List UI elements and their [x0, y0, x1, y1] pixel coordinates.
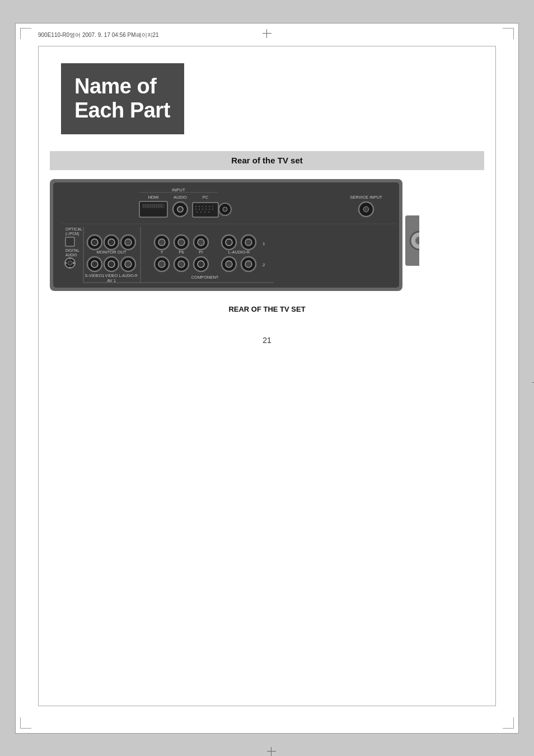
- svg-point-32: [209, 209, 210, 210]
- title-block: Name of Each Part: [61, 63, 184, 134]
- svg-rect-45: [65, 237, 74, 246]
- svg-text:COMPONENT: COMPONENT: [191, 275, 219, 280]
- svg-text:PC: PC: [203, 195, 209, 200]
- svg-point-55: [91, 239, 98, 246]
- svg-text:2: 2: [263, 262, 265, 267]
- corner-bl: [20, 717, 31, 729]
- svg-point-28: [195, 209, 196, 210]
- svg-point-31: [205, 209, 207, 210]
- svg-point-57: [108, 239, 115, 246]
- svg-text:Pb: Pb: [179, 250, 184, 255]
- svg-point-37: [208, 212, 209, 213]
- svg-text:INPUT: INPUT: [172, 187, 185, 192]
- main-content: Name of Each Part Rear of the TV set INP…: [38, 46, 496, 706]
- svg-point-104: [415, 237, 419, 245]
- svg-point-59: [125, 239, 132, 246]
- svg-point-36: [204, 212, 205, 213]
- svg-text:(□/PCM): (□/PCM): [65, 232, 79, 236]
- corner-tl: [20, 28, 31, 39]
- svg-text:SERVICE INPUT: SERVICE INPUT: [350, 195, 382, 200]
- svg-text:S-VIDEO1: S-VIDEO1: [85, 273, 104, 278]
- file-info: 900E110-R0영어 2007. 9. 17 04:56 PM페이지21: [38, 31, 159, 39]
- svg-rect-52: [73, 262, 74, 264]
- svg-point-92: [198, 261, 204, 267]
- svg-point-75: [178, 239, 185, 246]
- tv-rear-svg: INPUT HDMI AUDIO PC SERVICE INPUT: [50, 179, 419, 294]
- svg-text:Y: Y: [160, 250, 163, 255]
- svg-point-77: [198, 239, 204, 246]
- svg-rect-53: [65, 262, 67, 264]
- svg-point-20: [177, 206, 183, 212]
- tv-caption: REAR OF THE TV SET: [39, 305, 495, 313]
- svg-point-49: [68, 261, 72, 265]
- svg-point-27: [212, 206, 213, 207]
- tv-rear-illustration: INPUT HDMI AUDIO PC SERVICE INPUT: [50, 179, 484, 296]
- svg-text:VIDEO: VIDEO: [105, 273, 118, 278]
- svg-point-81: [245, 239, 252, 246]
- svg-rect-51: [69, 267, 71, 269]
- svg-point-66: [125, 261, 132, 267]
- corner-tr: [503, 28, 514, 39]
- section-header: Rear of the TV set: [50, 151, 484, 170]
- svg-text:AUDIO: AUDIO: [174, 195, 187, 200]
- svg-rect-21: [193, 203, 218, 217]
- svg-point-33: [212, 209, 213, 210]
- svg-point-73: [158, 239, 165, 246]
- page-number: 21: [39, 336, 495, 361]
- svg-text:1: 1: [263, 241, 265, 246]
- svg-point-25: [205, 206, 207, 207]
- svg-point-94: [226, 261, 232, 267]
- svg-text:OPTICAL: OPTICAL: [65, 227, 82, 231]
- page-title: Name of Each Part: [74, 74, 171, 123]
- svg-point-39: [223, 207, 227, 212]
- svg-point-30: [202, 209, 203, 210]
- svg-point-41: [363, 206, 369, 212]
- page-outer: 900E110-R0영어 2007. 9. 17 04:56 PM페이지21 N…: [15, 23, 519, 734]
- svg-point-24: [202, 206, 203, 207]
- svg-point-26: [209, 206, 210, 207]
- svg-point-29: [199, 209, 200, 210]
- crosshair-top-icon: [263, 29, 271, 38]
- svg-text:L-AUDIO-R: L-AUDIO-R: [228, 250, 250, 255]
- svg-point-90: [178, 261, 185, 267]
- svg-point-62: [91, 261, 98, 267]
- svg-point-34: [196, 212, 198, 213]
- svg-text:Pr: Pr: [199, 250, 203, 255]
- svg-text:HDMI: HDMI: [148, 195, 158, 200]
- svg-point-88: [158, 261, 165, 267]
- svg-rect-50: [69, 257, 71, 259]
- svg-point-79: [226, 239, 232, 246]
- svg-point-23: [199, 206, 200, 207]
- corner-br: [503, 717, 514, 729]
- svg-text:DIGITAL: DIGITAL: [65, 248, 79, 252]
- svg-point-35: [200, 212, 202, 213]
- svg-point-64: [108, 261, 115, 267]
- svg-text:MONITOR OUT: MONITOR OUT: [96, 250, 127, 255]
- svg-text:AUDIO: AUDIO: [65, 253, 77, 257]
- svg-point-96: [245, 261, 252, 267]
- svg-text:L-AUDIO-R: L-AUDIO-R: [119, 274, 138, 278]
- svg-point-22: [195, 206, 196, 207]
- section-header-text: Rear of the TV set: [231, 156, 303, 165]
